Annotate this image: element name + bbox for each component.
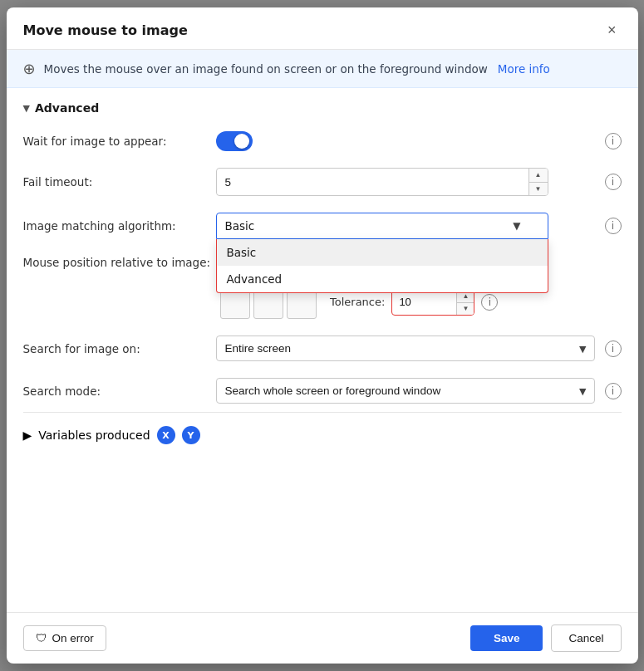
wait-for-image-row: Wait for image to appear: i: [23, 123, 622, 159]
search-mode-select[interactable]: Search whole screen or foreground window…: [216, 378, 595, 404]
dialog-title: Move mouse to image: [23, 22, 188, 38]
image-matching-control: Basic ▼ Basic Advanced: [216, 213, 595, 239]
on-error-button[interactable]: 🛡 On error: [23, 625, 106, 651]
dialog-footer: 🛡 On error Save Cancel: [7, 612, 638, 664]
pos-cell-br[interactable]: [287, 289, 317, 319]
tolerance-label: Tolerance:: [330, 296, 385, 308]
search-mode-control: Search whole screen or foreground window…: [216, 378, 595, 404]
image-matching-label: Image matching algorithm:: [23, 219, 206, 233]
chevron-down-icon: ▼: [513, 220, 520, 232]
image-matching-dropdown-header[interactable]: Basic ▼: [216, 213, 548, 239]
on-error-label: On error: [52, 632, 94, 644]
variables-label: Variables produced: [38, 429, 150, 442]
wait-for-image-toggle[interactable]: [216, 131, 253, 151]
toggle-thumb: [234, 134, 249, 149]
pos-cell-bc[interactable]: [253, 289, 283, 319]
chevron-down-icon: ▼: [23, 103, 30, 114]
cancel-button[interactable]: Cancel: [551, 624, 621, 652]
fail-timeout-spinner-buttons: ▲ ▼: [528, 169, 548, 195]
image-matching-row: Image matching algorithm: Basic ▼ Basic …: [23, 204, 622, 247]
dialog-header: Move mouse to image ×: [7, 7, 638, 50]
wait-for-image-control: [216, 131, 595, 151]
pos-cell-bl[interactable]: [220, 289, 250, 319]
variable-badge-x: X: [157, 426, 175, 444]
dialog-body: ▼ Advanced Wait for image to appear: i F…: [7, 88, 638, 612]
advanced-section-header[interactable]: ▼ Advanced: [23, 88, 622, 123]
search-image-on-control: Entire screen Foreground window ▼: [216, 336, 595, 361]
image-matching-dropdown-menu: Basic Advanced: [216, 239, 548, 293]
image-matching-selected-value: Basic: [225, 219, 255, 233]
search-image-on-row: Search for image on: Entire screen Foreg…: [23, 327, 622, 370]
search-mode-dropdown: Search whole screen or foreground window…: [216, 378, 595, 404]
fail-timeout-down-button[interactable]: ▼: [529, 182, 548, 195]
tolerance-down-button[interactable]: ▼: [457, 302, 474, 315]
search-image-on-dropdown: Entire screen Foreground window ▼: [216, 336, 595, 361]
info-banner: ⊕ Moves the mouse over an image found on…: [7, 50, 638, 88]
mouse-target-icon: ⊕: [23, 60, 36, 77]
image-matching-dropdown-wrapper: Basic ▼ Basic Advanced: [216, 213, 548, 239]
save-button[interactable]: Save: [470, 625, 543, 651]
fail-timeout-info-icon[interactable]: i: [605, 174, 622, 190]
tolerance-info-icon[interactable]: i: [481, 294, 498, 311]
shield-icon: 🛡: [36, 632, 47, 644]
fail-timeout-label: Fail timeout:: [23, 175, 206, 189]
fail-timeout-up-button[interactable]: ▲: [529, 169, 548, 182]
variable-badge-y: Y: [182, 426, 200, 444]
wait-for-image-label: Wait for image to appear:: [23, 135, 206, 148]
advanced-section-title: Advanced: [35, 101, 99, 115]
wait-for-image-info-icon[interactable]: i: [605, 133, 622, 149]
search-mode-info-icon[interactable]: i: [605, 383, 622, 399]
tolerance-input[interactable]: [392, 291, 456, 312]
more-info-link[interactable]: More info: [498, 62, 550, 76]
search-image-on-label: Search for image on:: [23, 342, 206, 355]
image-matching-info-icon[interactable]: i: [605, 218, 622, 234]
search-mode-label: Search mode:: [23, 384, 206, 398]
fail-timeout-input[interactable]: [217, 171, 528, 193]
chevron-right-icon: ▶: [23, 429, 32, 442]
image-matching-option-basic[interactable]: Basic: [217, 239, 548, 266]
fail-timeout-control: ▲ ▼: [216, 168, 595, 196]
tolerance-spinners: ▲ ▼: [456, 290, 474, 315]
fail-timeout-spinner: ▲ ▼: [216, 168, 548, 196]
close-button[interactable]: ×: [602, 21, 622, 39]
search-image-on-info-icon[interactable]: i: [605, 340, 622, 357]
variables-section: ▶ Variables produced X Y: [23, 412, 622, 453]
banner-text: Moves the mouse over an image found on s…: [44, 62, 488, 76]
search-image-on-select[interactable]: Entire screen Foreground window: [216, 336, 595, 361]
image-matching-option-advanced[interactable]: Advanced: [217, 266, 548, 292]
dialog: Move mouse to image × ⊕ Moves the mouse …: [7, 7, 638, 664]
search-mode-row: Search mode: Search whole screen or fore…: [23, 370, 622, 412]
mouse-position-label: Mouse position relative to image:: [23, 256, 211, 269]
fail-timeout-row: Fail timeout: ▲ ▼ i: [23, 159, 622, 204]
